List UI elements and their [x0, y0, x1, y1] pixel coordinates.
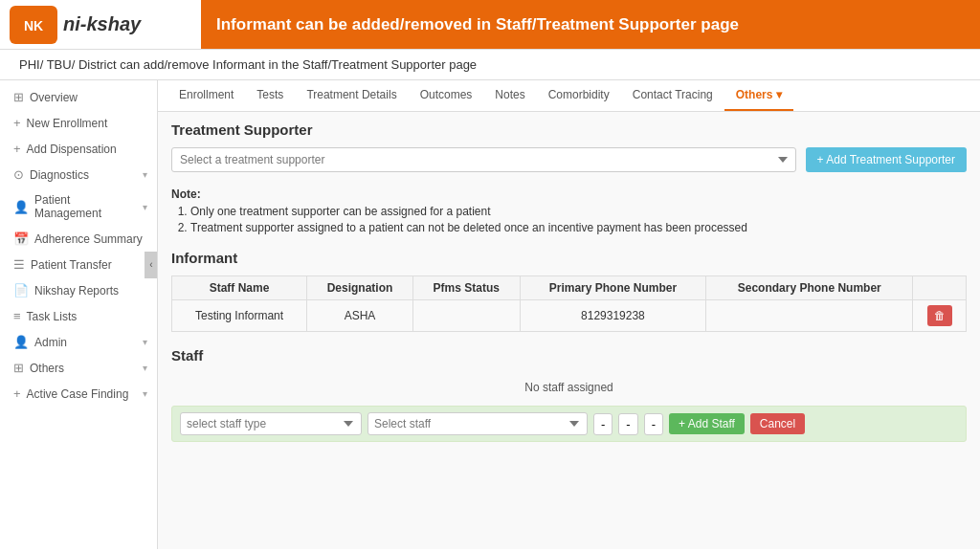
col-staff-name: Staff Name [172, 276, 307, 300]
chevron-down-icon: ▾ [143, 202, 147, 212]
others-icon: ⊞ [13, 361, 24, 375]
sub-header-text: PHI/ TBU/ District can add/remove Inform… [19, 57, 477, 72]
sidebar-item-task-lists[interactable]: ≡ Task Lists [0, 303, 157, 329]
sidebar-item-admin[interactable]: 👤 Admin ▾ [0, 329, 157, 355]
note-item-1: Only one treatment supporter can be assi… [190, 205, 967, 218]
staff-section: Staff No staff assigned select staff typ… [171, 347, 967, 442]
header-banner-text: Informant can be added/removed in Staff/… [216, 15, 739, 34]
logo-area: NK ni-kshay [0, 0, 201, 49]
sidebar-item-label: Task Lists [27, 310, 147, 323]
minus-button-1[interactable]: - [593, 413, 612, 435]
plus-icon: + [13, 142, 21, 156]
logo-icon: NK [10, 6, 57, 44]
tabs-bar: Enrollment Tests Treatment Details Outco… [158, 80, 980, 112]
tab-treatment-details[interactable]: Treatment Details [295, 80, 408, 111]
tab-enrollment[interactable]: Enrollment [167, 80, 245, 111]
note-list: Only one treatment supporter can be assi… [171, 205, 967, 234]
sidebar-item-diagnostics[interactable]: ⊙ Diagnostics ▾ [0, 162, 157, 187]
tab-notes[interactable]: Notes [483, 80, 536, 111]
note-label: Note: [171, 187, 967, 201]
sidebar-item-label: Diagnostics [30, 168, 137, 182]
sidebar-item-overview[interactable]: ⊞ Overview [0, 84, 157, 110]
informant-title: Informant [171, 250, 967, 266]
case-finding-icon: + [13, 386, 21, 401]
col-primary-phone: Primary Phone Number [520, 276, 706, 300]
cancel-staff-button[interactable]: Cancel [750, 413, 805, 434]
tab-contact-tracing[interactable]: Contact Tracing [621, 80, 724, 111]
sidebar-item-label: Others [30, 362, 137, 375]
admin-icon: 👤 [13, 335, 29, 349]
chevron-down-icon: ▾ [143, 337, 147, 347]
add-staff-button[interactable]: + Add Staff [669, 413, 745, 434]
sidebar-collapse-btn[interactable]: ‹ [145, 252, 158, 278]
sidebar-item-patient-management[interactable]: 👤 Patient Management ▾ [0, 187, 157, 226]
cell-designation: ASHA [307, 300, 413, 332]
patient-icon: 👤 [13, 200, 29, 214]
tab-outcomes[interactable]: Outcomes [409, 80, 484, 111]
sidebar-item-label: Patient Transfer [31, 258, 147, 272]
treatment-supporter-section: Treatment Supporter Select a treatment s… [171, 121, 967, 172]
tab-tests[interactable]: Tests [245, 80, 295, 111]
sidebar-item-label: Patient Management [34, 193, 137, 220]
header-banner: Informant can be added/removed in Staff/… [201, 0, 980, 49]
col-pfms-status: Pfms Status [412, 276, 520, 300]
diagnostics-icon: ⊙ [13, 167, 24, 182]
transfer-icon: ☰ [13, 257, 25, 272]
sidebar-item-label: Admin [34, 336, 137, 349]
chevron-down-icon: ▾ [143, 363, 147, 373]
table-row: Testing Informant ASHA 8129319238 🗑 [172, 300, 967, 332]
sidebar-item-label: Adherence Summary [34, 232, 147, 246]
staff-title: Staff [171, 347, 967, 364]
sidebar-item-adherence-summary[interactable]: 📅 Adherence Summary [0, 226, 157, 252]
informant-table: Staff Name Designation Pfms Status Prima… [171, 276, 967, 332]
tasks-icon: ≡ [13, 309, 21, 323]
delete-informant-button[interactable]: 🗑 [927, 305, 952, 326]
cell-primary-phone: 8129319238 [520, 300, 706, 332]
staff-type-select[interactable]: select staff type [180, 412, 362, 435]
svg-text:NK: NK [24, 18, 43, 33]
treatment-supporter-row: Select a treatment supporter + Add Treat… [171, 147, 967, 172]
tab-comorbidity[interactable]: Comorbidity [537, 80, 621, 111]
table-header-row: Staff Name Designation Pfms Status Prima… [172, 276, 967, 300]
sidebar-item-patient-transfer[interactable]: ☰ Patient Transfer ‹ [0, 252, 157, 277]
minus-button-2[interactable]: - [618, 413, 637, 435]
sidebar-item-label: Nikshay Reports [34, 284, 147, 298]
col-secondary-phone: Secondary Phone Number [706, 276, 913, 300]
sidebar-item-label: Add Dispensation [27, 143, 147, 156]
sidebar: ⊞ Overview + New Enrollment + Add Dispen… [0, 80, 158, 549]
chevron-down-icon: ▾ [776, 88, 782, 101]
sidebar-item-label: Active Case Finding [27, 387, 137, 401]
sidebar-item-others[interactable]: ⊞ Others ▾ [0, 355, 157, 381]
sidebar-item-add-dispensation[interactable]: + Add Dispensation [0, 136, 157, 162]
chevron-down-icon: ▾ [143, 388, 147, 399]
sub-header: PHI/ TBU/ District can add/remove Inform… [0, 50, 980, 80]
treatment-supporter-select[interactable]: Select a treatment supporter [171, 147, 796, 172]
treatment-supporter-title: Treatment Supporter [171, 121, 967, 138]
calendar-icon: 📅 [13, 231, 29, 246]
add-treatment-supporter-button[interactable]: + Add Treatment Supporter [806, 147, 967, 172]
staff-name-select[interactable]: Select staff [368, 412, 588, 435]
reports-icon: 📄 [13, 283, 29, 298]
content-wrapper: Treatment Supporter Select a treatment s… [158, 112, 980, 452]
chevron-down-icon: ▾ [143, 169, 147, 180]
logo-text: ni-kshay [63, 13, 141, 35]
sidebar-item-active-case-finding[interactable]: + Active Case Finding ▾ [0, 381, 157, 407]
cell-action: 🗑 [913, 300, 967, 332]
minus-button-3[interactable]: - [644, 413, 663, 435]
informant-section: Informant Staff Name Designation Pfms St… [171, 250, 967, 332]
sidebar-item-label: Overview [30, 91, 147, 104]
main-content: Enrollment Tests Treatment Details Outco… [158, 80, 980, 549]
no-staff-text: No staff assigned [171, 373, 967, 402]
cell-staff-name: Testing Informant [172, 300, 307, 332]
staff-add-row: select staff type Select staff - - - + A… [171, 406, 967, 442]
col-action [913, 276, 967, 300]
sidebar-item-nikshay-reports[interactable]: 📄 Nikshay Reports [0, 277, 157, 303]
tab-others[interactable]: Others ▾ [724, 80, 794, 111]
sidebar-item-label: New Enrollment [27, 117, 147, 130]
note-item-2: Treatment supporter assigned to a patien… [190, 221, 967, 234]
header: NK ni-kshay Informant can be added/remov… [0, 0, 980, 50]
overview-icon: ⊞ [13, 90, 24, 104]
sidebar-item-new-enrollment[interactable]: + New Enrollment [0, 110, 157, 136]
cell-pfms-status [412, 300, 520, 332]
plus-icon: + [13, 116, 21, 130]
